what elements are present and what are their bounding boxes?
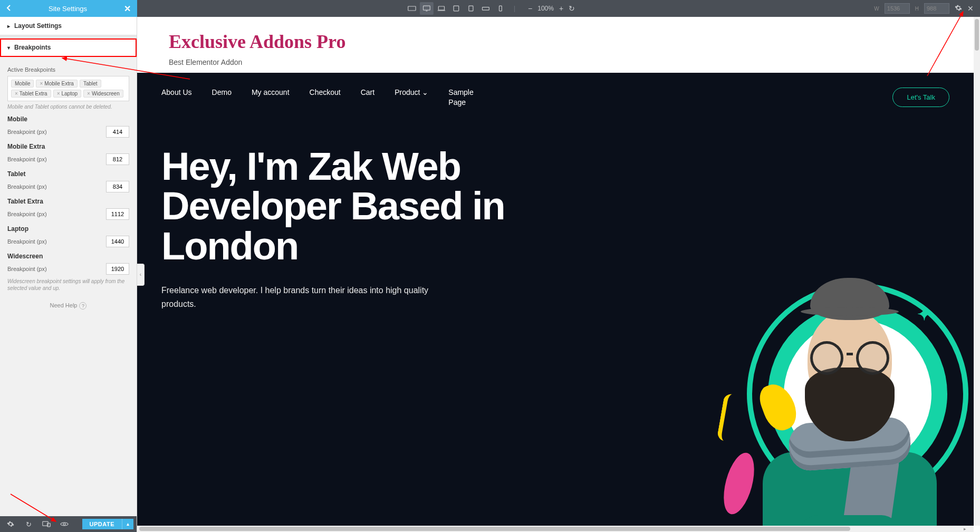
breakpoint-label: Breakpoint (px) [7, 238, 47, 245]
nav-item[interactable]: Sample Page [448, 88, 491, 108]
breakpoint-label: Breakpoint (px) [7, 183, 47, 190]
caret-down-icon: ▾ [7, 45, 10, 51]
remove-tag-icon[interactable]: × [87, 91, 90, 96]
breakpoint-tag[interactable]: Tablet [80, 80, 101, 88]
zoom-out-icon[interactable]: − [528, 4, 532, 13]
svg-rect-6 [499, 6, 502, 11]
preview-area: ‹ Exclusive Addons Pro Best Elementor Ad… [137, 17, 980, 532]
device-mobile-extra-icon[interactable] [479, 2, 493, 15]
breakpoint-input[interactable] [106, 181, 129, 192]
svg-rect-2 [438, 6, 444, 10]
settings-panel: ▸ Layout Settings ▾ Breakpoints Active B… [0, 17, 137, 532]
svg-rect-8 [47, 523, 51, 526]
nav-item[interactable]: Demo [212, 88, 232, 98]
section-layout-settings[interactable]: ▸ Layout Settings [0, 17, 137, 35]
update-button[interactable]: UPDATE [82, 519, 122, 529]
caret-right-icon: ▸ [7, 23, 10, 29]
panel-title: Site Settings [12, 5, 124, 13]
height-input[interactable] [924, 3, 949, 14]
width-input[interactable] [885, 3, 910, 14]
vertical-scrollbar[interactable] [974, 17, 980, 526]
breakpoint-name: Mobile Extra [7, 143, 129, 150]
svg-rect-4 [469, 6, 473, 11]
breakpoint-tag[interactable]: Mobile [11, 80, 34, 88]
svg-point-9 [63, 523, 65, 525]
horizontal-scrollbar[interactable]: ▸ [137, 526, 974, 532]
section-label: Breakpoints [14, 44, 51, 51]
device-mobile-icon[interactable] [494, 2, 507, 15]
collapse-panel-icon[interactable]: ‹ [137, 264, 145, 286]
hero-illustration: ✦ [689, 209, 974, 526]
breakpoint-label: Breakpoint (px) [7, 156, 47, 162]
nav-item[interactable]: Product ⌄ [395, 88, 428, 98]
settings-icon[interactable] [955, 4, 962, 13]
tags-hint: Mobile and Tablet options cannot be dele… [7, 103, 129, 110]
active-breakpoints-label: Active Breakpoints [7, 66, 129, 73]
zoom-reset-icon[interactable]: ↻ [569, 4, 575, 13]
site-tagline: Best Elementor Addon [169, 58, 942, 66]
breakpoint-tag[interactable]: ×Widescreen [83, 90, 123, 98]
breakpoint-input[interactable] [106, 236, 129, 247]
widescreen-hint: Widescreen breakpoint settings will appl… [7, 278, 129, 292]
responsive-icon[interactable] [39, 518, 54, 530]
topbar: Site Settings ✕ | − 100% + ↻ W H ✕ [0, 0, 980, 17]
nav-item[interactable]: My account [252, 88, 290, 98]
remove-tag-icon[interactable]: × [15, 91, 18, 96]
remove-tag-icon[interactable]: × [57, 91, 60, 96]
breakpoint-tag[interactable]: ×Mobile Extra [36, 80, 77, 88]
chevron-down-icon: ⌄ [420, 88, 428, 96]
breakpoint-name: Mobile [7, 115, 129, 123]
hero-heading: Hey, I'm Zak Web Developer Based in Lond… [161, 147, 520, 266]
close-responsive-icon[interactable]: ✕ [967, 4, 974, 13]
close-icon[interactable]: ✕ [124, 4, 131, 14]
need-help[interactable]: Need Help? [7, 292, 129, 320]
lets-talk-button[interactable]: Let's Talk [892, 88, 949, 107]
breakpoint-name: Laptop [7, 225, 129, 233]
breakpoint-input[interactable] [106, 263, 129, 275]
svg-rect-3 [454, 6, 459, 11]
remove-tag-icon[interactable]: × [40, 81, 43, 86]
nav-item[interactable]: Checkout [310, 88, 341, 98]
breakpoint-label: Breakpoint (px) [7, 211, 47, 217]
breakpoint-tags[interactable]: Mobile×Mobile ExtraTablet×Tablet Extra×L… [7, 76, 129, 101]
breakpoint-input[interactable] [106, 126, 129, 138]
breakpoint-name: Tablet Extra [7, 198, 129, 205]
device-widescreen-icon[interactable] [405, 2, 419, 15]
breakpoint-label: Breakpoint (px) [7, 266, 47, 272]
panel-footer: ↻ UPDATE ▴ [0, 516, 137, 532]
breakpoint-input[interactable] [106, 208, 129, 220]
footer-settings-icon[interactable] [3, 518, 18, 530]
svg-rect-0 [408, 6, 416, 11]
breakpoint-name: Tablet [7, 170, 129, 178]
breakpoint-input[interactable] [106, 153, 129, 165]
main-nav: About UsDemoMy accountCheckoutCartProduc… [137, 73, 974, 108]
svg-rect-5 [482, 7, 489, 11]
breakpoint-tag[interactable]: ×Laptop [53, 90, 81, 98]
person-illustration [752, 262, 942, 526]
responsive-toolbar: | − 100% + ↻ [405, 2, 575, 15]
device-desktop-icon[interactable] [420, 2, 434, 15]
breakpoint-label: Breakpoint (px) [7, 129, 47, 135]
zoom-value: 100% [537, 5, 554, 12]
svg-rect-1 [423, 6, 430, 10]
device-tablet-icon[interactable] [464, 2, 478, 15]
site-title[interactable]: Exclusive Addons Pro [169, 32, 942, 53]
device-laptop-icon[interactable] [435, 2, 448, 15]
history-icon[interactable]: ↻ [21, 518, 36, 530]
width-label: W [874, 6, 879, 12]
device-tablet-extra-icon[interactable] [449, 2, 463, 15]
preview-icon[interactable] [57, 518, 72, 530]
height-label: H [915, 6, 919, 12]
section-label: Layout Settings [14, 22, 62, 30]
nav-item[interactable]: Cart [361, 88, 374, 98]
update-options-icon[interactable]: ▴ [122, 519, 133, 529]
breakpoint-name: Widescreen [7, 253, 129, 260]
hero-paragraph: Freelance web developer. I help brands t… [161, 284, 436, 311]
panel-header: Site Settings ✕ [0, 0, 137, 17]
section-breakpoints[interactable]: ▾ Breakpoints [0, 38, 137, 57]
help-icon: ? [79, 302, 87, 309]
nav-item[interactable]: About Us [161, 88, 192, 98]
zoom-in-icon[interactable]: + [559, 4, 563, 13]
back-icon[interactable] [6, 5, 12, 13]
breakpoint-tag[interactable]: ×Tablet Extra [11, 90, 51, 98]
